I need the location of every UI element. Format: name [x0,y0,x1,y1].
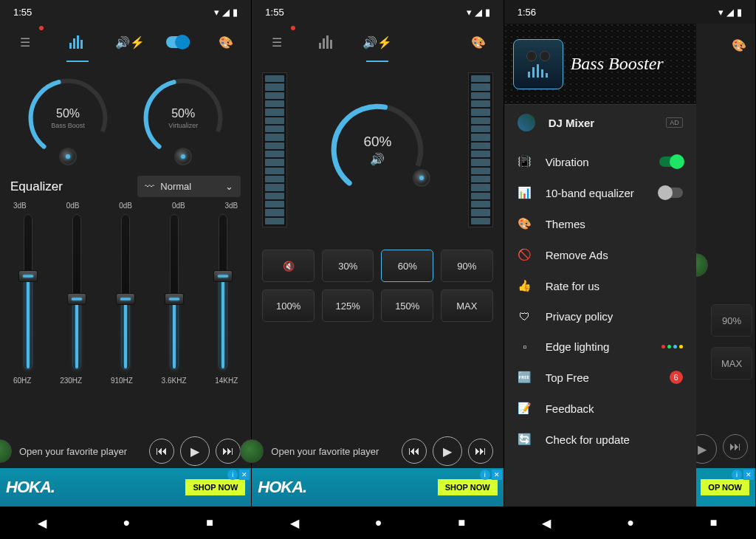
eq-slider-2[interactable] [111,214,140,369]
svg-rect-11 [330,40,332,49]
home-icon[interactable]: ● [123,516,130,529]
player-bar: Open your favorite player ⏮ ▶ ⏭ [252,434,503,468]
ad-close-icon[interactable]: ✕ [239,470,250,480]
svg-rect-2 [77,35,79,49]
drawer-item[interactable]: 📝Feedback [504,393,696,424]
ad-info-icon[interactable]: i [227,470,238,480]
screen-drawer: 1:56 ▾◢▮ Bass Booster DJ Mixer AD 📳Vibra… [504,0,756,539]
drawer-scrim[interactable]: 🎨 90%MAX ▶ ⏭ OP NOW i ✕ [696,24,755,507]
drawer-item[interactable]: ▫Edge lighting [504,332,696,362]
menu-icon[interactable]: ☰ [9,26,41,58]
mute-button[interactable]: 🔇 [262,250,315,282]
vol-btn-90%[interactable]: 90% [441,250,493,282]
drawer-item[interactable]: 📳Vibration [504,146,696,177]
theme-icon[interactable]: 🎨 [462,26,495,58]
svg-rect-8 [319,43,321,49]
wave-icon: 〰 [145,181,154,192]
eq-slider-3[interactable] [159,214,189,369]
drawer-item[interactable]: 🛡Privacy policy [504,301,696,332]
signal-icon: ◢ [222,7,230,18]
battery-icon: ▮ [233,7,238,18]
tab-bar: ☰ 🔊⚡ 🎨 [252,24,503,61]
status-bar: 1:56 ▾◢▮ [504,0,755,24]
svg-rect-10 [326,35,329,49]
eq-slider-0[interactable] [13,214,43,369]
back-icon[interactable]: ◀ [38,516,47,530]
theme-icon[interactable]: 🎨 [732,38,746,52]
eq-content: 50%Bass Boost 50%Virtualizer Equalizer 〰… [0,61,251,434]
svg-rect-0 [69,43,72,49]
play-button[interactable]: ▶ [180,436,210,466]
screen-equalizer: 1:55 ▾ ◢ ▮ ☰ 🔊⚡ 🎨 50%Bass Boost 50%Virtu… [0,0,252,539]
ad-banner[interactable]: HOKA. SHOP NOW i ✕ [252,468,503,507]
nav-drawer: Bass Booster DJ Mixer AD 📳Vibration📊10-b… [504,24,696,507]
prev-button[interactable]: ⏮ [149,439,174,464]
vol-btn-MAX[interactable]: MAX [441,289,493,322]
volume-presets: 🔇 30%60%90%100%125%150%MAX [262,250,492,322]
drawer-item[interactable]: 📊10-band equalizer [504,177,696,208]
volume-dial[interactable]: 60%🔊 [326,98,429,202]
theme-icon[interactable]: 🎨 [210,26,242,58]
fab-button[interactable] [0,439,12,463]
fab-button[interactable] [240,439,264,463]
vol-btn-100%[interactable]: 100% [262,289,315,322]
status-bar: 1:55 ▾◢▮ [252,0,503,24]
vol-btn-150%[interactable]: 150% [381,289,433,322]
recent-icon[interactable]: ■ [206,516,213,529]
drawer-item[interactable]: 👍Rate for us [504,270,696,301]
drawer-featured[interactable]: DJ Mixer AD [504,105,696,140]
clock: 1:56 [518,7,536,18]
menu-icon[interactable]: ☰ [261,26,293,58]
status-icons: ▾ ◢ ▮ [214,7,238,18]
db-labels: 3dB0dB0dB0dB3dB [10,202,241,210]
vol-content: 60%🔊 🔇 30%60%90%100%125%150%MAX [252,61,503,434]
vol-btn-60%[interactable]: 60% [381,250,433,282]
equalizer-title: Equalizer [10,179,63,194]
clock: 1:55 [265,7,284,18]
next-button[interactable]: ⏭ [723,434,748,459]
svg-rect-1 [73,38,75,49]
drawer-item[interactable]: 🆓Top Free6 [504,362,696,393]
tab-equalizer[interactable] [61,26,94,58]
hz-labels: 60HZ230HZ910HZ3.6KHZ14KHZ [10,377,241,385]
svg-rect-3 [80,40,83,49]
app-icon [513,39,563,89]
vol-btn-125%[interactable]: 125% [322,289,374,322]
clock: 1:55 [13,7,32,18]
vu-meter-left [262,72,287,227]
chevron-down-icon: ⌄ [225,181,233,192]
app-title: Bass Booster [571,54,664,74]
master-toggle[interactable] [166,36,190,48]
screen-volume: 1:55 ▾◢▮ ☰ 🔊⚡ 🎨 60%🔊 🔇 30%60%90%100%125%… [252,0,504,539]
drawer-header: Bass Booster [504,24,696,105]
drawer-item[interactable]: 🔄Check for update [504,424,696,455]
ad-banner[interactable]: HOKA. SHOP NOW i ✕ [0,468,251,507]
toggle[interactable] [659,188,683,198]
tab-equalizer[interactable] [311,26,343,58]
vu-meter-right [468,72,493,227]
next-button[interactable]: ⏭ [468,439,493,464]
prev-button[interactable]: ⏮ [402,439,427,464]
drawer-item[interactable]: 🚫Remove Ads [504,239,696,270]
wifi-icon: ▾ [214,7,219,18]
eq-slider-1[interactable] [62,214,92,369]
drawer-list: 📳Vibration📊10-band equalizer🎨Themes🚫Remo… [504,140,696,507]
virtualizer-dial[interactable]: 50%Virtualizer [139,74,227,162]
tab-volume[interactable]: 🔊⚡ [114,26,146,58]
status-bar: 1:55 ▾ ◢ ▮ [0,0,251,24]
navbar: ◀ ● ■ [0,507,251,539]
speaker-icon: 🔊 [363,152,391,166]
vol-btn-30%[interactable]: 30% [322,250,374,282]
toggle[interactable] [659,157,683,167]
tab-volume[interactable]: 🔊⚡ [361,26,394,58]
player-bar: Open your favorite player ⏮ ▶ ⏭ [0,434,251,468]
eq-slider-4[interactable] [208,214,238,369]
dj-mixer-icon [518,114,535,131]
player-hint[interactable]: Open your favorite player [19,446,143,457]
tab-bar: ☰ 🔊⚡ 🎨 [0,24,251,61]
play-button[interactable]: ▶ [433,436,462,466]
eq-sliders [10,214,241,369]
bass-boost-dial[interactable]: 50%Bass Boost [24,74,112,162]
drawer-item[interactable]: 🎨Themes [504,208,696,239]
next-button[interactable]: ⏭ [216,439,241,464]
